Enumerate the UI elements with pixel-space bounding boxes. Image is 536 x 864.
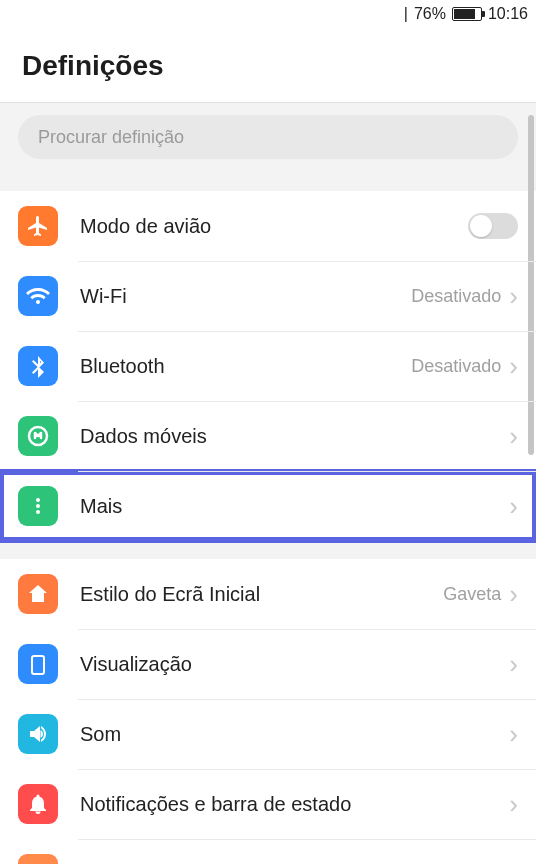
battery-icon — [452, 7, 482, 21]
search-input[interactable]: Procurar definição — [18, 115, 518, 159]
row-sound[interactable]: Som › — [0, 699, 536, 769]
row-display[interactable]: Visualização › — [0, 629, 536, 699]
row-value: Desativado — [411, 286, 509, 307]
status-bar: | 76% 10:16 — [0, 0, 536, 28]
row-nav-key[interactable]: Tecla de navegação › — [0, 839, 536, 864]
display-icon — [18, 644, 58, 684]
home-style-icon — [18, 574, 58, 614]
settings-group-display: Estilo do Ecrã Inicial Gaveta › Visualiz… — [0, 559, 536, 864]
row-airplane-mode[interactable]: Modo de avião — [0, 191, 536, 261]
row-label: Mais — [58, 495, 509, 518]
row-home-style[interactable]: Estilo do Ecrã Inicial Gaveta › — [0, 559, 536, 629]
search-placeholder: Procurar definição — [38, 127, 184, 148]
row-label: Notificações e barra de estado — [58, 793, 509, 816]
row-label: Modo de avião — [58, 215, 468, 238]
group-divider — [0, 541, 536, 559]
group-divider — [0, 173, 536, 191]
wifi-icon — [18, 276, 58, 316]
settings-group-connectivity: Modo de avião Wi-Fi Desativado › Bluetoo… — [0, 191, 536, 541]
row-wifi[interactable]: Wi-Fi Desativado › — [0, 261, 536, 331]
bluetooth-icon — [18, 346, 58, 386]
header: Definições — [0, 28, 536, 102]
row-mobile-data[interactable]: Dados móveis › — [0, 401, 536, 471]
row-label: Som — [58, 723, 509, 746]
chevron-right-icon: › — [509, 581, 518, 607]
row-notifications[interactable]: Notificações e barra de estado › — [0, 769, 536, 839]
svg-point-2 — [36, 504, 40, 508]
nav-key-icon — [18, 854, 58, 864]
airplane-icon — [18, 206, 58, 246]
row-label: Bluetooth — [58, 355, 411, 378]
row-label: Wi-Fi — [58, 285, 411, 308]
chevron-right-icon: › — [509, 493, 518, 519]
row-label: Dados móveis — [58, 425, 509, 448]
page-title: Definições — [22, 50, 514, 82]
row-label: Visualização — [58, 653, 509, 676]
chevron-right-icon: › — [509, 283, 518, 309]
svg-point-3 — [36, 510, 40, 514]
chevron-right-icon: › — [509, 791, 518, 817]
mobile-data-icon — [18, 416, 58, 456]
chevron-right-icon: › — [509, 423, 518, 449]
chevron-right-icon: › — [509, 721, 518, 747]
notifications-icon — [18, 784, 58, 824]
row-label: Estilo do Ecrã Inicial — [58, 583, 443, 606]
svg-rect-4 — [32, 656, 44, 674]
row-bluetooth[interactable]: Bluetooth Desativado › — [0, 331, 536, 401]
sound-icon — [18, 714, 58, 754]
row-value: Desativado — [411, 356, 509, 377]
clock: 10:16 — [488, 5, 528, 23]
row-value: Gaveta — [443, 584, 509, 605]
row-more[interactable]: Mais › — [0, 471, 536, 541]
search-container: Procurar definição — [0, 103, 536, 173]
chevron-right-icon: › — [509, 353, 518, 379]
svg-point-1 — [36, 498, 40, 502]
chevron-right-icon: › — [509, 651, 518, 677]
battery-percentage: 76% — [414, 5, 446, 23]
airplane-toggle[interactable] — [468, 213, 518, 239]
more-icon — [18, 486, 58, 526]
